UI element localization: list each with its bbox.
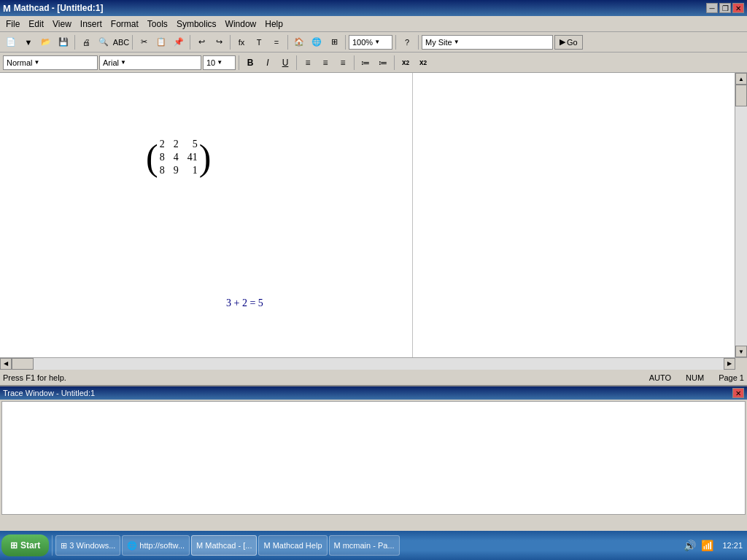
start-button[interactable]: ⊞ Start: [1, 534, 49, 556]
scroll-track[interactable]: [735, 85, 747, 346]
bullet-list-button[interactable]: ≔: [357, 55, 374, 71]
italic-button[interactable]: I: [260, 55, 276, 71]
cut-button[interactable]: ✂: [136, 34, 152, 50]
matrix-cell-0-1: 2: [174, 139, 179, 150]
preview-button[interactable]: 🔍: [96, 34, 112, 50]
titlebar: M Mathcad - [Untitled:1] ─ ❐ ✕: [0, 0, 747, 16]
undo-button[interactable]: ↩: [193, 34, 209, 50]
trace-title: Trace Window - Untitled:1: [3, 389, 95, 397]
print-button[interactable]: 🖨: [78, 34, 94, 50]
insert-math-button[interactable]: fx: [233, 34, 249, 50]
clock: 12:21: [717, 541, 743, 550]
restore-button[interactable]: ❐: [719, 3, 731, 13]
menu-view[interactable]: View: [48, 18, 76, 31]
matrix-cell-2-0: 8: [160, 165, 165, 176]
taskbar-item-0[interactable]: ⊞ 3 Windows...: [55, 535, 120, 556]
style-value: Normal: [7, 58, 32, 67]
trace-close-button[interactable]: ✕: [732, 388, 744, 398]
volume-icon[interactable]: 🔊: [682, 538, 697, 553]
superscript-button[interactable]: x2: [415, 55, 431, 71]
network-icon[interactable]: 📶: [700, 538, 714, 553]
site-dropdown[interactable]: My Site ▼: [422, 35, 553, 50]
site-value: My Site: [425, 38, 452, 47]
taskbar-label-1: http://softw...: [139, 541, 185, 550]
taskbar-item-4[interactable]: M mcmain - Pa...: [329, 535, 400, 556]
equation-expression[interactable]: 3 + 2 = 5: [226, 298, 263, 309]
align-right-button[interactable]: ≡: [335, 55, 351, 71]
taskbar-label-0: 3 Windows...: [69, 541, 115, 550]
insert-text-button[interactable]: T: [251, 34, 267, 50]
taskbar-item-2[interactable]: M Mathcad - [...: [191, 535, 257, 556]
font-dropdown[interactable]: Arial ▼: [99, 55, 201, 70]
close-button[interactable]: ✕: [732, 3, 744, 13]
horizontal-scrollbar[interactable]: ◀ ▶: [0, 357, 747, 369]
scroll-right-button[interactable]: ▶: [724, 358, 735, 370]
sep7: [395, 35, 396, 50]
question-icon: ?: [405, 38, 409, 47]
resource-center-button[interactable]: 🏠: [291, 34, 307, 50]
align-left-button[interactable]: ≡: [300, 55, 316, 71]
window-button[interactable]: ⊞: [326, 34, 342, 50]
dropdown-new-button[interactable]: ▼: [20, 34, 36, 50]
subscript-button[interactable]: x2: [398, 55, 414, 71]
go-button[interactable]: ▶ Go: [554, 35, 583, 50]
zoom-value: 100%: [352, 38, 373, 47]
help-button[interactable]: ?: [399, 34, 415, 50]
scroll-down-button[interactable]: ▼: [735, 346, 747, 357]
hscroll-track[interactable]: [12, 358, 724, 370]
menu-format[interactable]: Format: [107, 18, 143, 31]
new-button[interactable]: 📄: [3, 34, 19, 50]
taskbar-icon-1: 🌐: [127, 541, 137, 551]
taskbar-label-2: Mathcad - [...: [205, 541, 252, 550]
numbered-list-button[interactable]: ≔: [375, 55, 391, 71]
windows-icon: ⊞: [10, 540, 18, 551]
start-label: Start: [20, 540, 40, 551]
menubar: File Edit View Insert Format Tools Symbo…: [0, 16, 747, 32]
bold-button[interactable]: B: [242, 55, 258, 71]
sep8: [418, 35, 419, 50]
save-button[interactable]: 💾: [55, 34, 71, 50]
sep-fmt2: [296, 55, 297, 70]
menu-edit[interactable]: Edit: [24, 18, 48, 31]
taskbar-item-3[interactable]: M Mathcad Help: [258, 535, 327, 556]
matrix-expression[interactable]: ( 2 2 5 8 4 41 8 9 1 ): [146, 139, 211, 176]
document-area[interactable]: ( 2 2 5 8 4 41 8 9 1 ) 3 + 2 = 5 +: [0, 73, 735, 357]
open-button[interactable]: 📂: [38, 34, 54, 50]
redo-button[interactable]: ↪: [211, 34, 227, 50]
insert-eq-button[interactable]: =: [268, 34, 285, 50]
scroll-thumb[interactable]: [735, 85, 747, 106]
scroll-up-button[interactable]: ▲: [735, 73, 747, 85]
page-indicator: Page 1: [719, 373, 744, 382]
sep-fmt3: [354, 55, 355, 70]
spellcheck-button[interactable]: ABC: [113, 34, 129, 50]
minimize-button[interactable]: ─: [706, 3, 718, 13]
underline-button[interactable]: U: [277, 55, 293, 71]
statusbar: Press F1 for help. AUTO NUM Page 1: [0, 369, 747, 385]
matrix-cell-0-0: 2: [160, 139, 165, 150]
menu-help[interactable]: Help: [260, 18, 287, 31]
size-value: 10: [206, 58, 215, 67]
matrix-cell-2-2: 1: [187, 165, 198, 176]
taskbar-label-4: mcmain - Pa...: [343, 541, 395, 550]
taskbar-icon-0: ⊞: [61, 541, 67, 551]
hscroll-thumb[interactable]: [12, 358, 34, 370]
copy-button[interactable]: 📋: [153, 34, 169, 50]
menu-file[interactable]: File: [1, 18, 24, 31]
taskbar-item-1[interactable]: 🌐 http://softw...: [122, 535, 190, 556]
size-dropdown[interactable]: 10 ▼: [203, 55, 236, 70]
menu-symbolics[interactable]: Symbolics: [172, 18, 221, 31]
zoom-dropdown[interactable]: 100% ▼: [349, 35, 392, 50]
paste-button[interactable]: 📌: [171, 34, 187, 50]
align-center-button[interactable]: ≡: [317, 55, 333, 71]
titlebar-left: M Mathcad - [Untitled:1]: [3, 3, 104, 14]
web-button[interactable]: 🌐: [309, 34, 325, 50]
sep2: [132, 35, 133, 50]
matrix-cell-0-2: 5: [187, 139, 198, 150]
vertical-scrollbar[interactable]: ▲ ▼: [735, 73, 747, 357]
style-dropdown[interactable]: Normal ▼: [3, 55, 98, 70]
scroll-left-button[interactable]: ◀: [0, 358, 12, 370]
menu-tools[interactable]: Tools: [143, 18, 172, 31]
menu-insert[interactable]: Insert: [76, 18, 107, 31]
menu-window[interactable]: Window: [221, 18, 261, 31]
trace-content[interactable]: [1, 401, 746, 515]
